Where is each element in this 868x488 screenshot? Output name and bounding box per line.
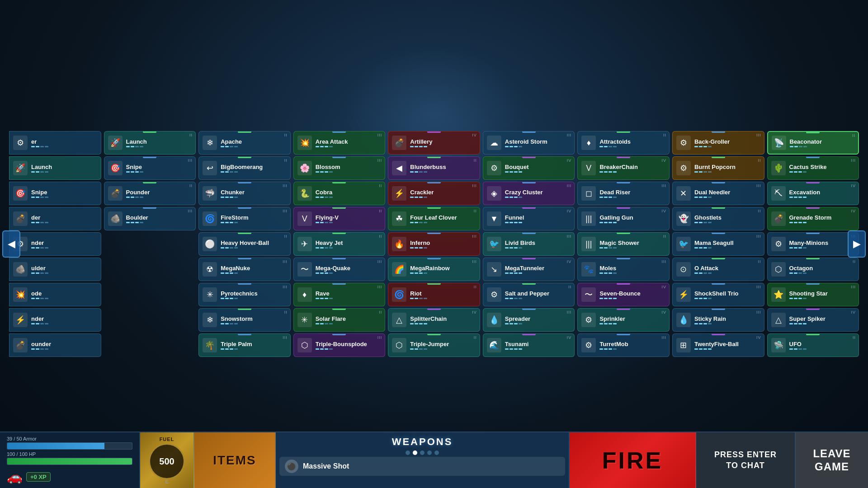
list-item[interactable]: III ⚙ TurretMob: [577, 333, 670, 357]
list-item[interactable]: IV ▼ Funnel: [483, 207, 575, 230]
list-item[interactable]: ⚙ er: [9, 131, 101, 155]
weapon-dot: [514, 197, 518, 198]
nav-left-arrow[interactable]: ◀: [2, 230, 20, 258]
list-item[interactable]: II ⬡ Triple-Jumper: [388, 333, 480, 357]
list-item[interactable]: II ⚙ Salt and Pepper: [483, 283, 575, 306]
weapon-dots: [316, 298, 382, 299]
list-item[interactable]: ⚡ nder: [9, 308, 101, 332]
list-item[interactable]: II 🐍 Cobra: [293, 182, 386, 205]
list-item[interactable]: III ⚙ Back-Groller: [672, 131, 764, 155]
weapon-icon: 💣: [771, 211, 786, 226]
press-enter-button[interactable]: PRESS ENTER TO CHAT: [696, 432, 796, 488]
list-item[interactable]: III 🐾 Moles: [577, 258, 670, 281]
list-item[interactable]: II 👻 Ghostlets: [672, 207, 764, 230]
list-item[interactable]: II ↩ BigBoomerang: [198, 156, 291, 180]
list-item[interactable]: III 💧 Spreader: [483, 308, 575, 332]
list-item[interactable]: IV 💣 Artillery: [388, 131, 480, 155]
list-item[interactable]: III 🌴 Triple Palm: [198, 333, 291, 357]
weapon-dot: [694, 323, 698, 324]
list-item[interactable]: IV 〜 Seven-Bounce: [577, 283, 670, 306]
list-item[interactable]: III 🌈 MegaRainbow: [388, 258, 480, 281]
weapon-dot-2[interactable]: [413, 450, 417, 455]
fire-button[interactable]: FIRE: [570, 432, 696, 488]
list-item[interactable]: III ◈ Crazy Cluster: [483, 182, 575, 205]
list-item[interactable]: IV ⛏ Excavation: [767, 182, 859, 205]
weapon-info: ShockShell Trio: [694, 290, 760, 299]
list-item[interactable]: III 🪨 Boulder: [104, 207, 196, 230]
armor-container: 39 / 50 Armor: [7, 436, 132, 450]
list-item[interactable]: II ||| Magic Shower: [577, 232, 670, 256]
list-item[interactable]: IV V BreakerChain: [577, 156, 670, 180]
list-item[interactable]: II 💣 Pounder: [104, 182, 196, 205]
weapon-dot: [410, 146, 414, 147]
list-item[interactable]: III 🐦 Livid Birds: [483, 232, 575, 256]
list-item[interactable]: II ⚙ Burnt Popcorn: [672, 156, 764, 180]
list-item[interactable]: IV 💣 Grenade Storm: [767, 207, 859, 230]
list-item[interactable]: III ◻ Dead Riser: [577, 182, 670, 205]
list-item[interactable]: ⚙ nder: [9, 232, 101, 256]
list-item[interactable]: III 🎯 Snipe: [104, 156, 196, 180]
list-item[interactable]: III 🌀 FireStorm: [198, 207, 291, 230]
list-item[interactable]: IV △ SplitterChain: [388, 308, 480, 332]
list-item[interactable]: II 🛸 UFO: [767, 333, 859, 357]
list-item[interactable]: II ❄ Snowstorm: [198, 308, 291, 332]
weapon-dot: [230, 146, 233, 147]
list-item[interactable]: III 🦈 Chunker: [198, 182, 291, 205]
weapon-dot: [415, 171, 418, 173]
list-item[interactable]: III ⚙ Many-Minions: [767, 232, 859, 256]
list-item[interactable]: 💣 ounder: [9, 333, 101, 357]
list-item[interactable]: II ◀ Blunderbuss: [388, 156, 480, 180]
list-item[interactable]: IV 🌊 Tsunami: [483, 333, 575, 357]
list-item[interactable]: IV ⚙ Sprinkler: [577, 308, 670, 332]
list-item[interactable]: III 🌵 Cactus Strike: [767, 156, 859, 180]
list-item[interactable]: III ♦ Rave: [293, 283, 386, 306]
list-item[interactable]: III ⚡ Crackler: [388, 182, 480, 205]
list-item[interactable]: II 📡 Beaconator: [767, 131, 859, 155]
list-item[interactable]: II 🚀 Launch: [104, 131, 196, 155]
list-item[interactable]: II ❄ Apache: [198, 131, 291, 155]
list-item[interactable]: 🎯 Snipe: [9, 182, 101, 205]
list-item[interactable]: II 🌀 Riot: [388, 283, 480, 306]
nav-right-arrow[interactable]: ▶: [848, 230, 866, 258]
weapon-dot-1[interactable]: [406, 450, 410, 455]
list-item[interactable]: II ✈ Heavy Jet: [293, 232, 386, 256]
list-item[interactable]: III ⭐ Shooting Star: [767, 283, 859, 306]
weapon-column-partial: ⚙ er 🚀 Launch 🎯 Snipe: [9, 131, 101, 429]
list-item[interactable]: IV ||| Gatling Gun: [577, 207, 670, 230]
list-item[interactable]: III ✕ Dual Needler: [672, 182, 764, 205]
list-item[interactable]: III ⚡ ShockShell Trio: [672, 283, 764, 306]
weapon-dot-5[interactable]: [434, 450, 439, 455]
list-item[interactable]: II ♦ Attractoids: [577, 131, 670, 155]
list-item[interactable]: II V Flying-V: [293, 207, 386, 230]
list-item[interactable]: III ☢ MegaNuke: [198, 258, 291, 281]
list-item[interactable]: IV △ Super Spiker: [767, 308, 859, 332]
items-button[interactable]: ITEMS: [194, 432, 276, 488]
list-item[interactable]: II ⊙ O Attack: [672, 258, 764, 281]
list-item[interactable]: 💥 ode: [9, 283, 101, 306]
list-item[interactable]: IV ↘ MegaTunneler: [483, 258, 575, 281]
weapon-dot-3[interactable]: [420, 450, 425, 455]
list-item[interactable]: III ☁ Asteroid Storm: [483, 131, 575, 155]
list-item[interactable]: II ☘ Four Leaf Clover: [388, 207, 480, 230]
list-item[interactable]: II ⚪ Heavy Hover-Ball: [198, 232, 291, 256]
list-item[interactable]: 🪨 ulder: [9, 258, 101, 281]
list-item[interactable]: III 💥 Area Attack: [293, 131, 386, 155]
list-item[interactable]: II ✳ Solar Flare: [293, 308, 386, 332]
list-item[interactable]: III 🌸 Blossom: [293, 156, 386, 180]
list-item[interactable]: II ⬡ Octagon: [767, 258, 859, 281]
list-item[interactable]: 🚀 Launch: [9, 156, 101, 180]
list-item[interactable]: IV ⚙ Bouquet: [483, 156, 575, 180]
list-item[interactable]: III 🔥 Inferno: [388, 232, 480, 256]
weapon-dot: [31, 272, 35, 274]
list-item[interactable]: III ⬡ Triple-Bounsplode: [293, 333, 386, 357]
list-item[interactable]: III 🐦 Mama Seagull: [672, 232, 764, 256]
weapon-dot-4[interactable]: [427, 450, 432, 455]
leave-game-button[interactable]: LEAVE GAME: [796, 432, 868, 488]
list-item[interactable]: 💣 der: [9, 207, 101, 230]
list-item[interactable]: III 💧 Sticky Rain: [672, 308, 764, 332]
list-item[interactable]: III ✳ Pyrotechnics: [198, 283, 291, 306]
weapon-tier: IV: [567, 335, 572, 340]
weapon-info: Spreader: [505, 315, 571, 324]
list-item[interactable]: III 〜 Mega-Quake: [293, 258, 386, 281]
list-item[interactable]: IV ⊞ TwentyFive-Ball: [672, 333, 764, 357]
